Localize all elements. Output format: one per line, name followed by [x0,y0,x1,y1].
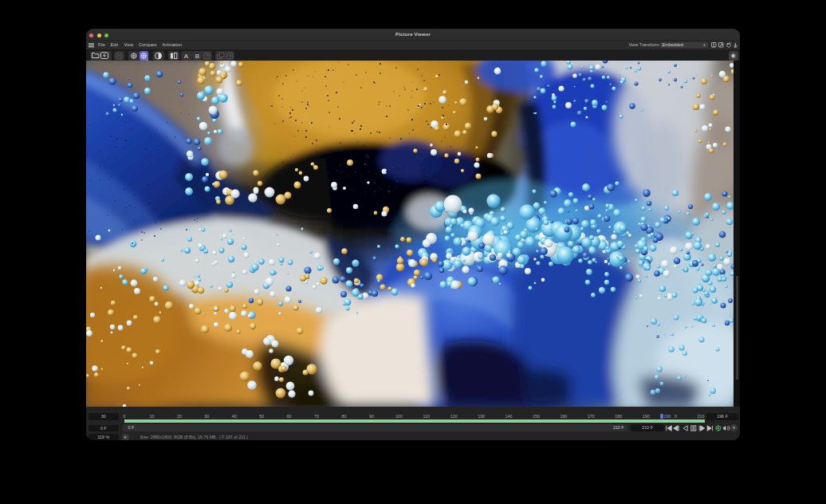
svg-text:B: B [195,53,199,60]
svg-text:A: A [184,53,189,60]
